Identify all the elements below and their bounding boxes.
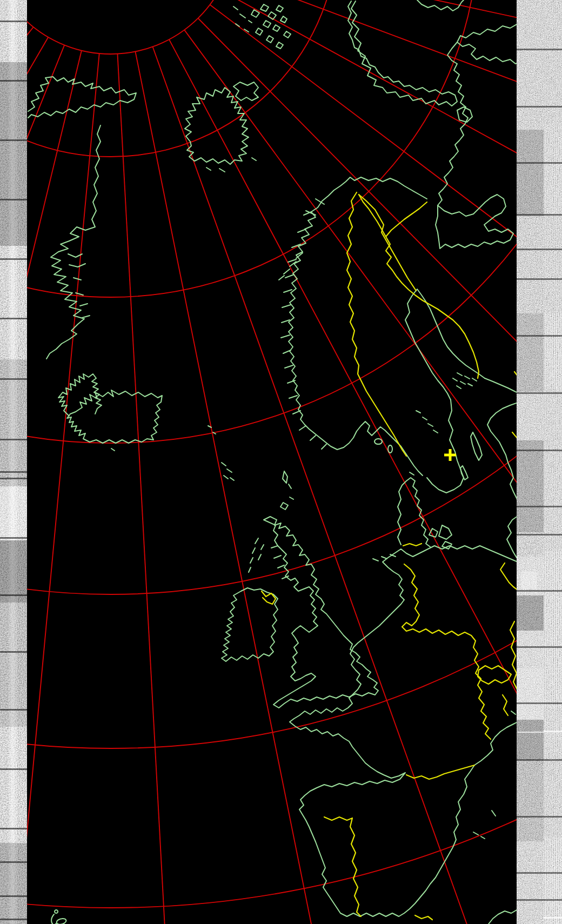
minute-marker [0, 471, 27, 473]
minute-marker [0, 768, 27, 770]
minute-marker [0, 199, 27, 200]
noise-block [517, 841, 544, 924]
minute-marker [517, 249, 562, 250]
sync-stripes-block [544, 838, 562, 924]
minute-marker [517, 759, 562, 761]
noise-block [517, 130, 544, 216]
noise-block [517, 595, 544, 631]
minute-marker [517, 872, 562, 874]
minute-marker [0, 537, 27, 539]
minute-marker [0, 139, 27, 141]
minute-marker [517, 816, 562, 818]
sync-stripes-block [544, 313, 562, 389]
map-area [0, 0, 562, 924]
sea-background [27, 0, 517, 924]
sync-stripes-block [544, 124, 562, 216]
telemetry-white-line [544, 917, 562, 919]
noise-block [517, 760, 544, 841]
noise-block [517, 668, 544, 720]
minute-marker [0, 919, 27, 920]
minute-marker [0, 439, 27, 440]
minute-marker [0, 594, 27, 596]
map-canvas [0, 0, 562, 924]
sync-stripes-block [544, 216, 562, 313]
noise-block [0, 843, 27, 924]
minute-marker [517, 646, 562, 648]
noise-block [0, 540, 27, 602]
minute-marker [0, 651, 27, 653]
minute-marker [517, 702, 562, 704]
minute-marker [0, 861, 27, 863]
noise-block [517, 392, 544, 440]
left-noise-blocks [0, 0, 27, 924]
sync-stripes-block [544, 389, 562, 551]
minute-marker [517, 214, 562, 216]
left-noise-band [0, 0, 27, 924]
noise-block [517, 216, 544, 313]
noise-block [0, 486, 27, 540]
sync-stripes-block [544, 754, 562, 838]
minute-marker [0, 80, 27, 82]
minute-marker [517, 506, 562, 507]
noise-block [517, 631, 544, 668]
minute-marker [0, 258, 27, 260]
noise-block [0, 246, 27, 359]
minute-marker [517, 590, 562, 592]
minute-marker [517, 335, 562, 337]
noise-block [0, 0, 27, 62]
noise-block [517, 440, 544, 532]
noise-block [517, 0, 544, 130]
minute-marker [517, 392, 562, 394]
minute-marker [0, 21, 27, 22]
noise-block [517, 720, 544, 760]
minute-marker [0, 478, 27, 479]
right-noise-band [517, 0, 562, 924]
minute-marker [0, 895, 27, 897]
noise-block [0, 727, 27, 843]
minute-marker [517, 106, 562, 108]
noise-block [521, 572, 537, 589]
minute-marker [0, 709, 27, 711]
minute-marker [0, 318, 27, 319]
minute-marker [0, 828, 27, 829]
sync-stripe-column [544, 0, 562, 924]
minute-marker [517, 450, 562, 451]
minute-marker [517, 534, 562, 535]
apt-satellite-image [0, 0, 562, 924]
noise-block [517, 313, 544, 392]
minute-marker [0, 378, 27, 380]
sync-stripes-block [544, 0, 562, 124]
minute-marker [517, 162, 562, 164]
right-noise-blocks [517, 0, 544, 924]
sync-stripes-block [544, 551, 562, 708]
minute-marker [517, 278, 562, 280]
telemetry-white-line [518, 732, 544, 733]
telemetry-white-line [544, 731, 562, 732]
noise-block [0, 62, 27, 246]
minute-marker [517, 49, 562, 50]
minute-marker [517, 899, 562, 901]
noise-block [0, 602, 27, 727]
